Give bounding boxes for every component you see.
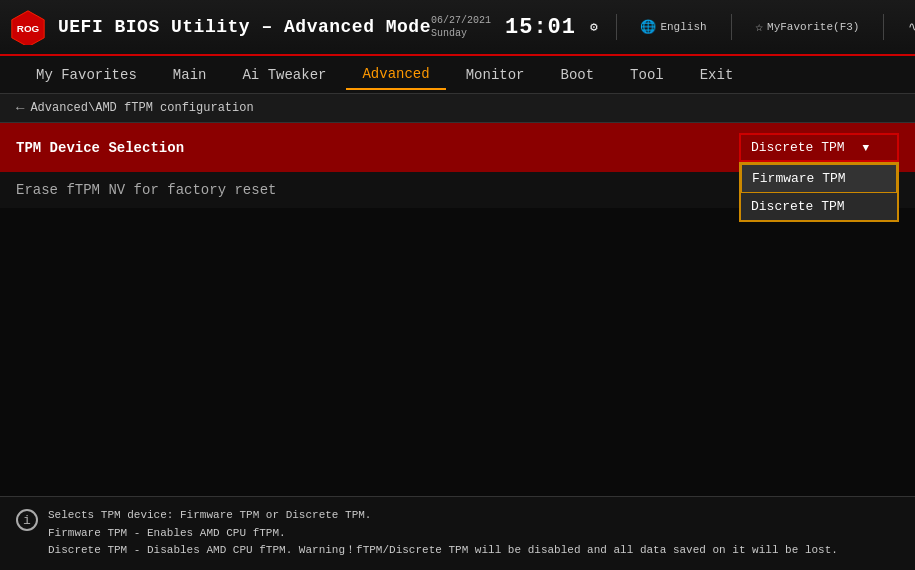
svg-text:ROG: ROG	[17, 23, 40, 34]
divider-2	[731, 14, 732, 40]
content-area: TPM Device Selection Discrete TPM ▼ Firm…	[0, 123, 915, 208]
tpm-dropdown[interactable]: Discrete TPM ▼	[739, 133, 899, 162]
back-arrow-icon[interactable]: ←	[16, 100, 24, 116]
dropdown-item-discrete-tpm[interactable]: Discrete TPM	[741, 193, 897, 220]
tpm-dropdown-value: Discrete TPM	[751, 140, 845, 155]
tab-monitor[interactable]: Monitor	[450, 61, 541, 89]
nav-tabs-bar: My Favorites Main Ai Tweaker Advanced Mo…	[0, 56, 915, 94]
bios-title: UEFI BIOS Utility – Advanced Mode	[58, 17, 431, 37]
info-bar: i Selects TPM device: Firmware TPM or Di…	[0, 496, 915, 570]
rog-logo-area: ROG	[10, 9, 46, 45]
tab-exit[interactable]: Exit	[684, 61, 750, 89]
info-line-2: Firmware TPM - Enables AMD CPU fTPM.	[48, 525, 838, 543]
info-line-1: Selects TPM device: Firmware TPM or Disc…	[48, 507, 838, 525]
tab-ai-tweaker[interactable]: Ai Tweaker	[226, 61, 342, 89]
qfan-button[interactable]: ∿ Qfan Control(F6)	[902, 13, 915, 41]
breadcrumb: ← Advanced\AMD fTPM configuration	[0, 94, 915, 123]
tab-tool[interactable]: Tool	[614, 61, 680, 89]
tpm-dropdown-container: Discrete TPM ▼ Firmware TPM Discrete TPM	[739, 133, 899, 162]
tpm-device-selection-label: TPM Device Selection	[16, 140, 184, 156]
dropdown-arrow-icon: ▼	[862, 142, 869, 154]
datetime-block: 06/27/2021Sunday	[431, 14, 491, 40]
myfavorite-button[interactable]: ☆ MyFavorite(F3)	[749, 17, 865, 37]
tab-boot[interactable]: Boot	[544, 61, 610, 89]
info-line-3: Discrete TPM - Disables AMD CPU fTPM. Wa…	[48, 542, 838, 560]
tab-my-favorites[interactable]: My Favorites	[20, 61, 153, 89]
language-icon: 🌐	[640, 19, 656, 35]
rog-logo-icon: ROG	[10, 9, 46, 45]
myfav-label: MyFavorite(F3)	[767, 21, 859, 33]
bios-header: ROG UEFI BIOS Utility – Advanced Mode 06…	[0, 0, 915, 56]
dropdown-item-firmware-tpm[interactable]: Firmware TPM	[741, 164, 897, 193]
language-label: English	[660, 21, 706, 33]
divider-3	[883, 14, 884, 40]
time-display: 15:01	[505, 15, 576, 40]
divider-1	[616, 14, 617, 40]
date-label: 06/27/2021Sunday	[431, 14, 491, 40]
tpm-dropdown-menu: Firmware TPM Discrete TPM	[739, 162, 899, 222]
info-text: Selects TPM device: Firmware TPM or Disc…	[48, 507, 838, 560]
tpm-device-selection-row[interactable]: TPM Device Selection Discrete TPM ▼ Firm…	[0, 123, 915, 172]
myfav-icon: ☆	[755, 19, 763, 35]
breadcrumb-path: Advanced\AMD fTPM configuration	[30, 101, 253, 115]
info-icon: i	[16, 509, 38, 531]
tab-main[interactable]: Main	[157, 61, 223, 89]
header-info-bar: 06/27/2021Sunday 15:01 ⚙ 🌐 English ☆ MyF…	[431, 11, 915, 43]
erase-ftpm-label: Erase fTPM NV for factory reset	[16, 182, 276, 198]
language-button[interactable]: 🌐 English	[634, 17, 712, 37]
time-gear-icon[interactable]: ⚙	[590, 19, 598, 35]
tab-advanced[interactable]: Advanced	[346, 60, 445, 90]
qfan-icon: ∿	[908, 19, 915, 35]
